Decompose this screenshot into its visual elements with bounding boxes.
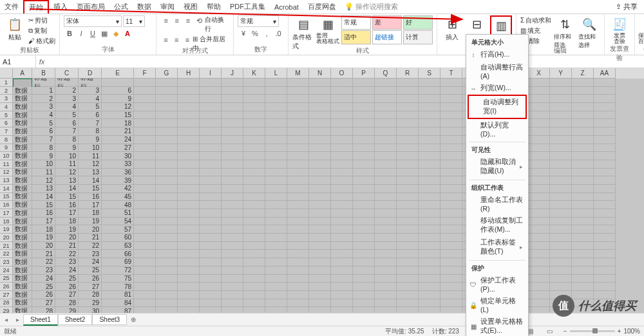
cell[interactable] xyxy=(156,275,178,283)
cell[interactable] xyxy=(440,218,462,226)
cell[interactable]: 24 xyxy=(55,266,79,275)
cell[interactable]: 6 xyxy=(102,87,134,95)
cell[interactable] xyxy=(309,258,331,266)
cell[interactable] xyxy=(572,111,594,120)
cell[interactable]: 6 xyxy=(79,111,102,120)
cell[interactable] xyxy=(419,242,440,250)
cell[interactable] xyxy=(134,283,156,291)
align-top-button[interactable]: ≡ xyxy=(160,15,171,26)
cell[interactable] xyxy=(134,209,156,218)
cell[interactable] xyxy=(440,79,462,87)
cell[interactable] xyxy=(287,299,309,308)
cell[interactable] xyxy=(397,160,419,169)
cell[interactable]: 13 xyxy=(55,176,79,185)
cell[interactable] xyxy=(353,307,375,313)
cell[interactable] xyxy=(200,152,222,160)
col-header[interactable]: E xyxy=(102,68,134,79)
cell[interactable] xyxy=(440,176,462,185)
cell[interactable] xyxy=(550,283,572,291)
cell[interactable] xyxy=(200,225,222,234)
cell[interactable] xyxy=(331,234,353,242)
style-适中[interactable]: 适中 xyxy=(341,30,371,44)
align-right-button[interactable]: ≡ xyxy=(182,35,193,45)
cell[interactable] xyxy=(375,144,397,153)
cell[interactable] xyxy=(287,291,309,299)
cell[interactable] xyxy=(178,119,200,127)
cell[interactable] xyxy=(200,185,222,193)
cell[interactable] xyxy=(309,307,331,313)
cell[interactable] xyxy=(528,209,550,218)
cell[interactable] xyxy=(287,144,309,153)
cell[interactable] xyxy=(375,234,397,242)
cell[interactable]: 15 xyxy=(32,201,55,209)
dd-row-height[interactable]: ↕行高(H)... xyxy=(466,48,528,61)
cell[interactable] xyxy=(265,291,287,299)
cell[interactable] xyxy=(265,234,287,242)
row-header[interactable]: 8 xyxy=(0,136,13,144)
cell[interactable] xyxy=(331,283,353,291)
cell[interactable] xyxy=(243,242,265,250)
cell[interactable] xyxy=(243,87,265,95)
cell[interactable] xyxy=(572,119,594,127)
cell[interactable] xyxy=(572,79,594,87)
cell[interactable]: 12 xyxy=(79,160,102,169)
cell[interactable] xyxy=(265,95,287,103)
underline-button[interactable]: U xyxy=(87,28,99,39)
cell[interactable] xyxy=(594,225,616,234)
cell[interactable] xyxy=(265,258,287,266)
cell[interactable] xyxy=(265,209,287,218)
cell[interactable] xyxy=(440,283,462,291)
cell[interactable] xyxy=(397,111,419,120)
cell[interactable] xyxy=(440,95,462,103)
cell[interactable] xyxy=(287,234,309,242)
tab-PDF工具集[interactable]: PDF工具集 xyxy=(225,0,270,14)
cell[interactable] xyxy=(287,95,309,103)
cell[interactable] xyxy=(550,193,572,201)
cell[interactable] xyxy=(528,95,550,103)
cell[interactable] xyxy=(419,225,440,234)
cell[interactable]: 20 xyxy=(32,242,55,250)
cell[interactable] xyxy=(156,87,178,95)
col-header[interactable]: S xyxy=(419,68,440,79)
cell[interactable] xyxy=(134,144,156,153)
select-all-corner[interactable] xyxy=(0,68,13,79)
cell[interactable] xyxy=(331,169,353,177)
cell[interactable] xyxy=(200,242,222,250)
row-header[interactable]: 3 xyxy=(0,95,13,103)
cell[interactable]: 48 xyxy=(102,201,134,209)
cell[interactable] xyxy=(353,250,375,258)
cell[interactable]: 19 xyxy=(79,218,102,226)
cell[interactable]: 18 xyxy=(102,119,134,127)
formula-input[interactable] xyxy=(48,55,644,68)
cell[interactable] xyxy=(156,169,178,177)
cell[interactable] xyxy=(134,127,156,136)
cell[interactable] xyxy=(134,136,156,144)
cell[interactable] xyxy=(178,275,200,283)
cell[interactable] xyxy=(353,193,375,201)
cell[interactable] xyxy=(287,307,309,313)
cell[interactable] xyxy=(200,87,222,95)
row-header[interactable]: 28 xyxy=(0,299,13,308)
cell[interactable] xyxy=(156,234,178,242)
col-header[interactable]: AA xyxy=(594,68,616,79)
cell[interactable] xyxy=(375,193,397,201)
cell[interactable] xyxy=(287,193,309,201)
cell[interactable] xyxy=(287,258,309,266)
cell[interactable]: 22 xyxy=(79,242,102,250)
cell[interactable] xyxy=(222,307,243,313)
cell[interactable] xyxy=(375,79,397,87)
cell[interactable] xyxy=(440,291,462,299)
find-select-button[interactable]: 🔍查找和选择 xyxy=(578,15,600,50)
cell[interactable]: 29 xyxy=(55,307,79,313)
cell[interactable] xyxy=(419,176,440,185)
cell[interactable] xyxy=(572,160,594,169)
cell[interactable]: 27 xyxy=(55,291,79,299)
cell[interactable]: 22 xyxy=(32,258,55,266)
cell[interactable] xyxy=(243,258,265,266)
row-header[interactable]: 21 xyxy=(0,242,13,250)
cell[interactable]: 24 xyxy=(79,258,102,266)
row-header[interactable]: 1 xyxy=(0,79,13,87)
cell[interactable] xyxy=(550,234,572,242)
cell[interactable] xyxy=(550,258,572,266)
cell[interactable] xyxy=(134,275,156,283)
